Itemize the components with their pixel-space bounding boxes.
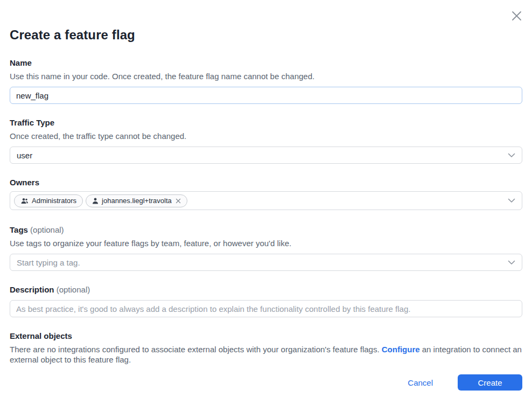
external-objects-text: There are no integrations configured to … xyxy=(10,344,522,365)
tags-label: Tags (optional) xyxy=(10,225,522,235)
chevron-down-icon xyxy=(508,153,515,158)
description-label-text: Description xyxy=(10,285,54,294)
name-field-group: Name Use this name in your code. Once cr… xyxy=(10,58,522,104)
description-input[interactable] xyxy=(10,300,522,317)
cancel-button[interactable]: Cancel xyxy=(408,378,433,387)
owner-chip-user[interactable]: johannes.liegl+travolta xyxy=(86,194,187,207)
person-icon xyxy=(92,198,99,204)
modal-title: Create a feature flag xyxy=(10,27,522,43)
owner-chip-label: Administrators xyxy=(32,197,76,205)
remove-owner-icon[interactable] xyxy=(176,198,181,204)
group-icon xyxy=(20,198,29,204)
traffic-type-label: Traffic Type xyxy=(10,117,522,128)
chevron-down-icon xyxy=(508,198,515,203)
owners-select[interactable]: Administrators johannes.liegl+travolta xyxy=(10,191,522,210)
tags-field-group: Tags (optional) Use tags to organize you… xyxy=(10,225,522,271)
traffic-type-help-text: Once created, the traffic type cannot be… xyxy=(10,131,522,142)
tags-select[interactable]: Start typing a tag. xyxy=(10,254,522,271)
tags-help-text: Use tags to organize your feature flags … xyxy=(10,238,522,249)
chevron-down-icon xyxy=(508,260,515,265)
traffic-type-select[interactable]: user xyxy=(10,147,522,164)
owners-label: Owners xyxy=(10,177,522,188)
tags-optional-text: (optional) xyxy=(30,225,64,234)
name-label: Name xyxy=(10,58,522,68)
external-objects-label: External objects xyxy=(10,331,522,342)
traffic-type-field-group: Traffic Type Once created, the traffic t… xyxy=(10,117,522,164)
configure-link[interactable]: Configure xyxy=(382,345,420,354)
tags-placeholder: Start typing a tag. xyxy=(17,258,80,267)
owner-chip-administrators[interactable]: Administrators xyxy=(14,194,83,207)
external-objects-text-before: There are no integrations configured to … xyxy=(10,345,382,354)
create-button[interactable]: Create xyxy=(458,374,522,391)
description-optional-text: (optional) xyxy=(57,285,90,294)
name-input[interactable] xyxy=(10,87,522,104)
x-icon xyxy=(511,10,522,22)
description-field-group: Description (optional) xyxy=(10,284,522,317)
tags-label-text: Tags xyxy=(10,225,28,234)
external-objects-section: External objects There are no integratio… xyxy=(10,331,522,365)
traffic-type-value: user xyxy=(17,151,32,160)
modal-footer: Cancel Create xyxy=(408,374,522,391)
name-help-text: Use this name in your code. Once created… xyxy=(10,71,522,82)
owner-chip-label: johannes.liegl+travolta xyxy=(102,197,172,205)
close-icon[interactable] xyxy=(509,9,523,23)
description-label: Description (optional) xyxy=(10,284,522,295)
create-feature-flag-modal: Create a feature flag Name Use this name… xyxy=(0,27,532,365)
owners-field-group: Owners Administrators xyxy=(10,177,522,210)
